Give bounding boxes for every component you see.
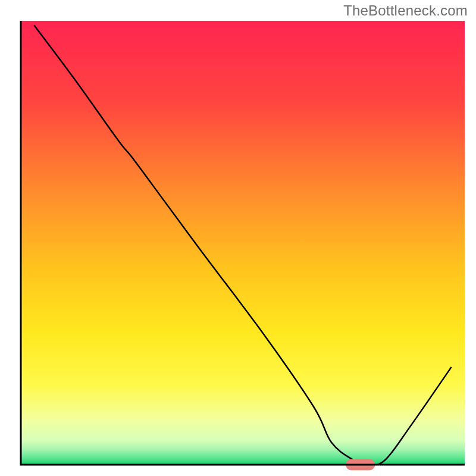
chart-background-gradient (21, 21, 465, 465)
chart-svg (0, 0, 476, 476)
watermark-text: TheBottleneck.com (343, 2, 468, 19)
chart-container: TheBottleneck.com (0, 0, 476, 476)
